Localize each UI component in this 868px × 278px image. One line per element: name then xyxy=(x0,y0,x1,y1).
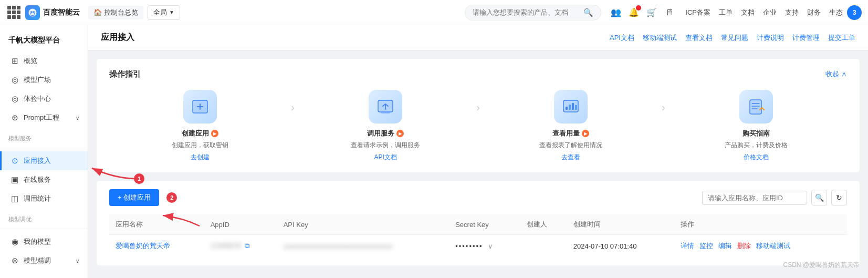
step-view-usage-icon xyxy=(554,90,588,123)
header-link-faq[interactable]: 常见问题 xyxy=(721,33,748,43)
action-detail[interactable]: 详情 xyxy=(681,241,694,251)
nav-link-ticket[interactable]: 工单 xyxy=(719,8,733,17)
cell-secret-key: •••••••• ∨ xyxy=(449,235,520,258)
online-service-icon: ▣ xyxy=(10,175,19,184)
secret-key-dots: •••••••• xyxy=(455,242,483,250)
action-mobile-test[interactable]: 移动端测试 xyxy=(756,241,790,251)
step-buy-guide-icon xyxy=(739,90,773,123)
step-create-app-link[interactable]: 去创建 xyxy=(191,153,210,162)
home-icon: 🏠 xyxy=(93,8,102,16)
sidebar-item-model-fine-tune-label: 模型精调 xyxy=(24,256,51,265)
my-model-icon: ◉ xyxy=(10,237,19,246)
sidebar-item-app-access[interactable]: ⊙ 应用接入 xyxy=(0,151,88,170)
sidebar-item-call-stats[interactable]: ◫ 调用统计 xyxy=(0,189,88,208)
table-row: 爱喝兽奶的荒天帝 12345678 ⧉ xxxxxxxxxxxxxxxxxxxx… xyxy=(109,235,847,258)
app-search-button[interactable]: 🔍 xyxy=(811,190,827,205)
header-link-billing-desc[interactable]: 计费说明 xyxy=(757,33,784,43)
sidebar-title: 千帆大模型平台 xyxy=(0,32,88,52)
guide-steps: 创建应用 ▶ 创建应用，获取密钥 去创建 › xyxy=(109,90,847,162)
header-link-view-doc[interactable]: 查看文档 xyxy=(685,33,713,43)
step-view-usage-link[interactable]: 去查看 xyxy=(561,153,580,162)
page-title: 应用接入 xyxy=(101,32,134,43)
sidebar-item-model-square[interactable]: ◎ 模型广场 xyxy=(0,70,88,89)
sidebar-item-experience-label: 体验中心 xyxy=(24,94,51,104)
main-layout: 千帆大模型平台 ⊞ 概览 ◎ 模型广场 ◎ 体验中心 ⊕ Prompt工程 ∨ … xyxy=(0,25,868,278)
svg-rect-14 xyxy=(572,103,574,110)
col-app-name: 应用名称 xyxy=(109,214,204,235)
create-app-button[interactable]: + 创建应用 xyxy=(109,189,159,206)
nav-link-enterprise[interactable]: 企业 xyxy=(763,8,777,17)
refresh-icon: ↻ xyxy=(836,193,842,202)
nav-link-docs[interactable]: 文档 xyxy=(741,8,755,17)
step-view-usage-title: 查看用量 ▶ xyxy=(552,129,589,138)
notification-icon[interactable]: 🔔 xyxy=(629,7,639,18)
nav-link-finance[interactable]: 财务 xyxy=(807,8,821,17)
step-create-app-title: 创建应用 ▶ xyxy=(182,129,218,138)
sidebar-item-my-model[interactable]: ◉ 我的模型 xyxy=(0,232,88,251)
grid-icon xyxy=(7,6,20,19)
brand-logo[interactable]: 百度智能云 xyxy=(25,5,80,20)
step2-play-icon: ▶ xyxy=(396,130,404,137)
step-buy-guide-title: 购买指南 xyxy=(742,129,770,138)
main-content: 应用接入 API文档 移动端测试 查看文档 常见问题 计费说明 计费管理 提交工… xyxy=(88,25,868,278)
nav-link-support[interactable]: 支持 xyxy=(785,8,799,17)
nav-region-select[interactable]: 全局 ▼ xyxy=(148,5,180,20)
svg-rect-9 xyxy=(381,112,390,114)
step-buy-guide-link[interactable]: 价格文档 xyxy=(744,153,769,162)
nav-home-button[interactable]: 🏠 控制台总览 xyxy=(88,6,143,19)
guide-title: 操作指引 xyxy=(109,69,847,79)
baidu-logo-icon xyxy=(25,5,40,20)
monitor-icon[interactable]: 🖥 xyxy=(664,7,675,18)
header-link-billing-mgmt[interactable]: 计费管理 xyxy=(792,33,820,43)
nav-link-icp[interactable]: ICP备案 xyxy=(685,8,710,17)
step-call-service-link[interactable]: API文档 xyxy=(374,153,396,162)
top-nav: 百度智能云 🏠 控制台总览 全局 ▼ 🔍 👥 🔔 🛒 🖥 ICP备案 工单 文档… xyxy=(0,0,868,25)
nav-select-label: 全局 xyxy=(153,8,167,17)
secret-eye-toggle[interactable]: ∨ xyxy=(488,242,493,250)
header-link-api-doc[interactable]: API文档 xyxy=(610,33,634,43)
app-search-group: 🔍 ↻ xyxy=(702,190,847,205)
header-link-submit-ticket[interactable]: 提交工单 xyxy=(828,33,855,43)
sidebar-item-overview[interactable]: ⊞ 概览 xyxy=(0,52,88,70)
cart-icon[interactable]: 🛒 xyxy=(646,7,657,18)
sidebar-item-model-square-label: 模型广场 xyxy=(24,75,51,85)
sidebar-item-prompt[interactable]: ⊕ Prompt工程 ∨ xyxy=(0,108,88,127)
step3-play-icon: ▶ xyxy=(582,130,589,137)
refresh-button[interactable]: ↻ xyxy=(831,190,847,205)
sidebar-item-app-access-label: 应用接入 xyxy=(24,156,51,166)
app-id-value: 12345678 xyxy=(211,242,241,250)
svg-rect-12 xyxy=(566,107,568,110)
cell-creator xyxy=(520,235,567,258)
step-arrow-3: › xyxy=(662,101,665,114)
copy-icon[interactable]: ⧉ xyxy=(245,242,249,250)
sidebar-item-model-fine-tune[interactable]: ⊛ 模型精调 ∨ xyxy=(0,251,88,270)
header-link-mobile-test[interactable]: 移动端测试 xyxy=(643,33,677,43)
call-stats-icon: ◫ xyxy=(10,194,19,203)
action-delete[interactable]: 删除 xyxy=(737,241,751,251)
nav-link-ecosystem[interactable]: 生态 xyxy=(829,8,843,17)
action-edit[interactable]: 编辑 xyxy=(718,241,732,251)
sidebar-item-online-service[interactable]: ▣ 在线服务 xyxy=(0,170,88,189)
grid-menu-button[interactable] xyxy=(6,5,21,20)
cell-app-id: 12345678 ⧉ xyxy=(204,235,277,258)
svg-point-1 xyxy=(30,11,32,12)
action-monitor[interactable]: 监控 xyxy=(699,241,713,251)
sidebar-item-online-service-label: 在线服务 xyxy=(24,175,51,184)
sidebar-item-experience[interactable]: ◎ 体验中心 xyxy=(0,89,88,108)
guide-collapse-button[interactable]: 收起 ∧ xyxy=(825,69,847,79)
global-search-input[interactable] xyxy=(473,8,580,16)
fine-tune-arrow-icon: ∨ xyxy=(76,258,79,264)
col-actions: 操作 xyxy=(674,214,847,235)
header-links: API文档 移动端测试 查看文档 常见问题 计费说明 计费管理 提交工单 xyxy=(610,33,855,43)
app-search-input[interactable] xyxy=(702,191,807,205)
app-toolbar: + 创建应用 2 🔍 ↻ xyxy=(109,189,847,206)
global-search-box[interactable]: 🔍 xyxy=(465,5,601,20)
app-name-link[interactable]: 爱喝兽奶的荒天帝 xyxy=(116,242,170,250)
step-buy-guide-desc: 产品购买，计费及价格 xyxy=(725,140,788,150)
step-arrow-1: › xyxy=(291,101,295,114)
contacts-icon[interactable]: 👥 xyxy=(611,7,621,18)
app-access-icon: ⊙ xyxy=(10,156,19,166)
sidebar-item-overview-label: 概览 xyxy=(24,56,37,66)
sidebar: 千帆大模型平台 ⊞ 概览 ◎ 模型广场 ◎ 体验中心 ⊕ Prompt工程 ∨ … xyxy=(0,25,88,278)
user-avatar[interactable]: 3 xyxy=(847,5,862,20)
